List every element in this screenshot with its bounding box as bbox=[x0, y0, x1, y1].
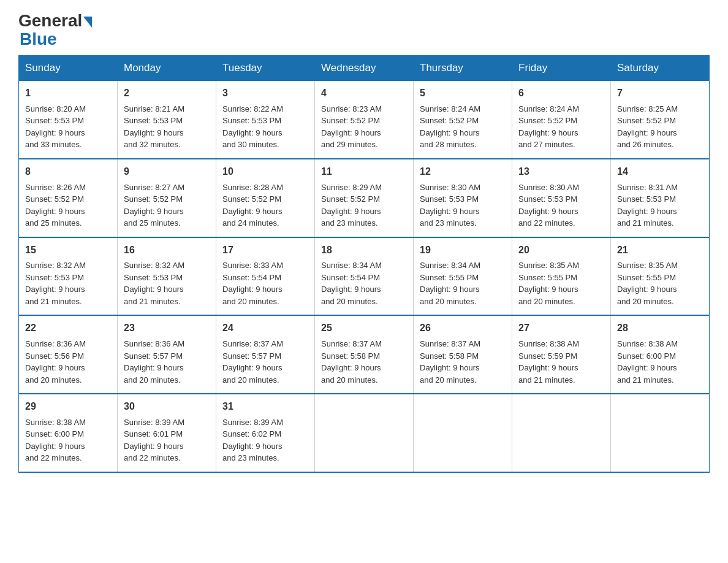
calendar-week-row: 29Sunrise: 8:38 AMSunset: 6:00 PMDayligh… bbox=[19, 394, 710, 472]
day-number: 26 bbox=[420, 321, 506, 336]
day-info: Sunrise: 8:35 AMSunset: 5:55 PMDaylight:… bbox=[617, 259, 703, 307]
day-number: 18 bbox=[321, 243, 407, 258]
weekday-header-wednesday: Wednesday bbox=[315, 56, 414, 81]
day-number: 10 bbox=[222, 164, 308, 180]
calendar-day-cell: 10Sunrise: 8:28 AMSunset: 5:52 PMDayligh… bbox=[216, 159, 315, 237]
weekday-header-sunday: Sunday bbox=[19, 56, 118, 81]
logo-blue-text: Blue bbox=[20, 29, 57, 48]
day-info: Sunrise: 8:24 AMSunset: 5:52 PMDaylight:… bbox=[420, 103, 506, 151]
logo-general-text: General bbox=[18, 12, 82, 29]
calendar-day-cell: 25Sunrise: 8:37 AMSunset: 5:58 PMDayligh… bbox=[315, 315, 414, 394]
calendar-day-cell: 22Sunrise: 8:36 AMSunset: 5:56 PMDayligh… bbox=[19, 315, 118, 394]
calendar-day-cell: 23Sunrise: 8:36 AMSunset: 5:57 PMDayligh… bbox=[118, 315, 216, 394]
calendar-header-row: SundayMondayTuesdayWednesdayThursdayFrid… bbox=[19, 56, 710, 81]
day-info: Sunrise: 8:20 AMSunset: 5:53 PMDaylight:… bbox=[25, 103, 111, 151]
calendar-day-cell: 6Sunrise: 8:24 AMSunset: 5:52 PMDaylight… bbox=[512, 81, 611, 159]
day-info: Sunrise: 8:39 AMSunset: 6:02 PMDaylight:… bbox=[222, 416, 308, 464]
day-info: Sunrise: 8:35 AMSunset: 5:55 PMDaylight:… bbox=[518, 259, 604, 307]
calendar-day-cell: 15Sunrise: 8:32 AMSunset: 5:53 PMDayligh… bbox=[19, 237, 118, 316]
day-info: Sunrise: 8:38 AMSunset: 6:00 PMDaylight:… bbox=[25, 416, 111, 464]
calendar-week-row: 22Sunrise: 8:36 AMSunset: 5:56 PMDayligh… bbox=[19, 315, 710, 394]
day-number: 3 bbox=[222, 86, 308, 101]
calendar-day-cell: 20Sunrise: 8:35 AMSunset: 5:55 PMDayligh… bbox=[512, 237, 611, 316]
day-info: Sunrise: 8:37 AMSunset: 5:57 PMDaylight:… bbox=[222, 338, 308, 386]
calendar-day-cell: 21Sunrise: 8:35 AMSunset: 5:55 PMDayligh… bbox=[611, 237, 710, 316]
day-number: 28 bbox=[617, 321, 703, 336]
day-number: 15 bbox=[25, 243, 111, 258]
calendar-day-cell: 7Sunrise: 8:25 AMSunset: 5:52 PMDaylight… bbox=[611, 81, 710, 159]
day-number: 25 bbox=[321, 321, 407, 336]
day-number: 12 bbox=[420, 164, 506, 180]
day-info: Sunrise: 8:30 AMSunset: 5:53 PMDaylight:… bbox=[420, 182, 506, 229]
day-info: Sunrise: 8:36 AMSunset: 5:57 PMDaylight:… bbox=[124, 338, 210, 386]
day-info: Sunrise: 8:37 AMSunset: 5:58 PMDaylight:… bbox=[321, 338, 407, 386]
day-number: 13 bbox=[518, 164, 604, 180]
calendar-day-cell: 18Sunrise: 8:34 AMSunset: 5:54 PMDayligh… bbox=[315, 237, 414, 316]
day-number: 29 bbox=[25, 399, 111, 415]
day-number: 11 bbox=[321, 164, 407, 180]
calendar-day-cell: 4Sunrise: 8:23 AMSunset: 5:52 PMDaylight… bbox=[315, 81, 414, 159]
day-info: Sunrise: 8:28 AMSunset: 5:52 PMDaylight:… bbox=[222, 182, 308, 229]
calendar-day-cell: 19Sunrise: 8:34 AMSunset: 5:55 PMDayligh… bbox=[414, 237, 512, 316]
day-info: Sunrise: 8:38 AMSunset: 6:00 PMDaylight:… bbox=[617, 338, 703, 386]
calendar-day-cell: 3Sunrise: 8:22 AMSunset: 5:53 PMDaylight… bbox=[216, 81, 315, 159]
day-number: 23 bbox=[124, 321, 210, 336]
day-info: Sunrise: 8:21 AMSunset: 5:53 PMDaylight:… bbox=[124, 103, 210, 151]
day-info: Sunrise: 8:37 AMSunset: 5:58 PMDaylight:… bbox=[420, 338, 506, 386]
day-number: 16 bbox=[124, 243, 210, 258]
calendar-day-cell: 14Sunrise: 8:31 AMSunset: 5:53 PMDayligh… bbox=[611, 159, 710, 237]
day-info: Sunrise: 8:30 AMSunset: 5:53 PMDaylight:… bbox=[518, 182, 604, 229]
calendar-day-cell: 29Sunrise: 8:38 AMSunset: 6:00 PMDayligh… bbox=[19, 394, 118, 472]
day-number: 21 bbox=[617, 243, 703, 258]
weekday-header-tuesday: Tuesday bbox=[216, 56, 315, 81]
day-number: 7 bbox=[617, 86, 703, 101]
day-number: 4 bbox=[321, 86, 407, 101]
day-info: Sunrise: 8:33 AMSunset: 5:54 PMDaylight:… bbox=[222, 259, 308, 307]
weekday-header-friday: Friday bbox=[512, 56, 611, 81]
calendar-day-cell: 31Sunrise: 8:39 AMSunset: 6:02 PMDayligh… bbox=[216, 394, 315, 472]
calendar-day-cell bbox=[611, 394, 710, 472]
calendar-day-cell: 13Sunrise: 8:30 AMSunset: 5:53 PMDayligh… bbox=[512, 159, 611, 237]
calendar-day-cell: 2Sunrise: 8:21 AMSunset: 5:53 PMDaylight… bbox=[118, 81, 216, 159]
day-number: 20 bbox=[518, 243, 604, 258]
calendar-day-cell bbox=[315, 394, 414, 472]
calendar-day-cell: 12Sunrise: 8:30 AMSunset: 5:53 PMDayligh… bbox=[414, 159, 512, 237]
day-number: 6 bbox=[518, 86, 604, 101]
day-info: Sunrise: 8:31 AMSunset: 5:53 PMDaylight:… bbox=[617, 182, 703, 229]
calendar-day-cell: 5Sunrise: 8:24 AMSunset: 5:52 PMDaylight… bbox=[414, 81, 512, 159]
day-info: Sunrise: 8:23 AMSunset: 5:52 PMDaylight:… bbox=[321, 103, 407, 151]
calendar-day-cell: 16Sunrise: 8:32 AMSunset: 5:53 PMDayligh… bbox=[118, 237, 216, 316]
day-number: 30 bbox=[124, 399, 210, 415]
calendar-day-cell bbox=[512, 394, 611, 472]
day-info: Sunrise: 8:24 AMSunset: 5:52 PMDaylight:… bbox=[518, 103, 604, 151]
day-info: Sunrise: 8:22 AMSunset: 5:53 PMDaylight:… bbox=[222, 103, 308, 151]
calendar-day-cell: 8Sunrise: 8:26 AMSunset: 5:52 PMDaylight… bbox=[19, 159, 118, 237]
calendar-week-row: 1Sunrise: 8:20 AMSunset: 5:53 PMDaylight… bbox=[19, 81, 710, 159]
day-number: 27 bbox=[518, 321, 604, 336]
day-number: 9 bbox=[124, 164, 210, 180]
calendar-week-row: 15Sunrise: 8:32 AMSunset: 5:53 PMDayligh… bbox=[19, 237, 710, 316]
calendar-week-row: 8Sunrise: 8:26 AMSunset: 5:52 PMDaylight… bbox=[19, 159, 710, 237]
weekday-header-thursday: Thursday bbox=[414, 56, 512, 81]
logo: General Blue bbox=[18, 12, 93, 49]
calendar-day-cell: 24Sunrise: 8:37 AMSunset: 5:57 PMDayligh… bbox=[216, 315, 315, 394]
day-info: Sunrise: 8:32 AMSunset: 5:53 PMDaylight:… bbox=[124, 259, 210, 307]
day-info: Sunrise: 8:25 AMSunset: 5:52 PMDaylight:… bbox=[617, 103, 703, 151]
day-number: 24 bbox=[222, 321, 308, 336]
logo-triangle-icon bbox=[83, 17, 92, 28]
day-info: Sunrise: 8:36 AMSunset: 5:56 PMDaylight:… bbox=[25, 338, 111, 386]
calendar-day-cell: 26Sunrise: 8:37 AMSunset: 5:58 PMDayligh… bbox=[414, 315, 512, 394]
header: General Blue bbox=[18, 12, 710, 49]
calendar-day-cell: 17Sunrise: 8:33 AMSunset: 5:54 PMDayligh… bbox=[216, 237, 315, 316]
day-info: Sunrise: 8:34 AMSunset: 5:55 PMDaylight:… bbox=[420, 259, 506, 307]
calendar-day-cell: 1Sunrise: 8:20 AMSunset: 5:53 PMDaylight… bbox=[19, 81, 118, 159]
day-number: 5 bbox=[420, 86, 506, 101]
day-number: 1 bbox=[25, 86, 111, 101]
day-number: 14 bbox=[617, 164, 703, 180]
day-number: 31 bbox=[222, 399, 308, 415]
day-info: Sunrise: 8:38 AMSunset: 5:59 PMDaylight:… bbox=[518, 338, 604, 386]
day-number: 17 bbox=[222, 243, 308, 258]
calendar-day-cell: 9Sunrise: 8:27 AMSunset: 5:52 PMDaylight… bbox=[118, 159, 216, 237]
day-number: 2 bbox=[124, 86, 210, 101]
day-info: Sunrise: 8:27 AMSunset: 5:52 PMDaylight:… bbox=[124, 182, 210, 229]
